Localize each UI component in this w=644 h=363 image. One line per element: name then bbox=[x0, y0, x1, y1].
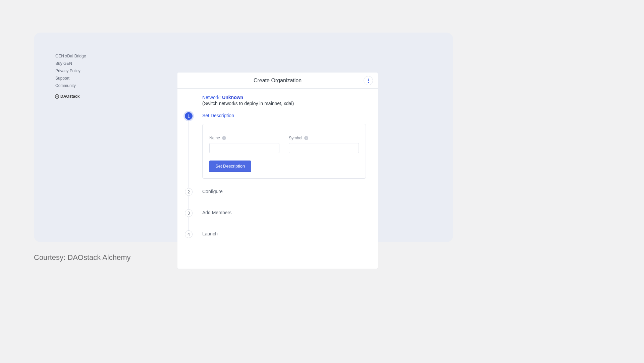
step-number-3: 3 bbox=[185, 209, 193, 217]
step-1-content: Name i Symbol i bbox=[202, 124, 368, 179]
app-container: GEN xDai Bridge Buy GEN Privacy Policy S… bbox=[34, 33, 453, 242]
sidebar-link-privacy-policy[interactable]: Privacy Policy bbox=[55, 69, 122, 73]
name-label-text: Name bbox=[209, 136, 220, 140]
step-number-2: 2 bbox=[185, 188, 193, 196]
brand-name: DAOstack bbox=[60, 94, 79, 99]
sidebar-link-buy-gen[interactable]: Buy GEN bbox=[55, 61, 122, 66]
main-panel: Create Organization Network: Unknown (Sw… bbox=[177, 73, 378, 269]
symbol-input[interactable] bbox=[289, 143, 359, 153]
description-form-card: Name i Symbol i bbox=[202, 124, 366, 179]
info-icon[interactable]: i bbox=[304, 136, 308, 140]
name-group: Name i bbox=[209, 136, 279, 153]
step-number-1: 1 bbox=[185, 112, 193, 120]
step-add-members: 3 Add Members bbox=[185, 209, 368, 217]
sidebar-link-gen-xdai-bridge[interactable]: GEN xDai Bridge bbox=[55, 54, 122, 58]
sidebar: GEN xDai Bridge Buy GEN Privacy Policy S… bbox=[55, 54, 122, 99]
step-number-4: 4 bbox=[185, 230, 193, 238]
step-configure: 2 Configure bbox=[185, 188, 368, 196]
name-input[interactable] bbox=[209, 143, 279, 153]
step-set-description: 1 Set Description Name i bbox=[185, 112, 368, 179]
kebab-menu-icon bbox=[368, 82, 369, 83]
page-title: Create Organization bbox=[254, 78, 302, 84]
network-hint: (Switch networks to deploy in mainnet, x… bbox=[202, 101, 368, 106]
step-launch: 4 Launch bbox=[185, 230, 368, 238]
info-icon[interactable]: i bbox=[222, 136, 226, 140]
network-value: Unknown bbox=[222, 95, 243, 100]
step-title-4: Launch bbox=[202, 230, 218, 236]
network-label: Network: bbox=[202, 95, 222, 100]
more-options-button[interactable] bbox=[364, 76, 373, 85]
symbol-group: Symbol i bbox=[289, 136, 359, 153]
step-rail bbox=[189, 120, 189, 234]
symbol-label-text: Symbol bbox=[289, 136, 302, 140]
brand: DAOstack bbox=[55, 94, 122, 99]
courtesy-text: Courtesy: DAOstack Alchemy bbox=[34, 253, 131, 262]
steps-container: 1 Set Description Name i bbox=[185, 112, 368, 238]
step-title-1: Set Description bbox=[202, 112, 234, 118]
set-description-button[interactable]: Set Description bbox=[209, 161, 251, 172]
kebab-menu-icon bbox=[368, 80, 369, 81]
sidebar-link-community[interactable]: Community bbox=[55, 83, 122, 88]
name-label: Name i bbox=[209, 136, 279, 140]
panel-body: Network: Unknown (Switch networks to dep… bbox=[177, 89, 378, 244]
daostack-logo-icon bbox=[55, 94, 59, 99]
network-line: Network: Unknown bbox=[202, 95, 368, 100]
symbol-label: Symbol i bbox=[289, 136, 359, 140]
kebab-menu-icon bbox=[368, 79, 369, 80]
step-header-1: 1 Set Description bbox=[185, 112, 368, 120]
panel-header: Create Organization bbox=[177, 73, 378, 89]
form-row: Name i Symbol i bbox=[209, 136, 359, 153]
step-title-3: Add Members bbox=[202, 209, 231, 215]
step-title-2: Configure bbox=[202, 188, 223, 194]
sidebar-link-support[interactable]: Support bbox=[55, 76, 122, 81]
